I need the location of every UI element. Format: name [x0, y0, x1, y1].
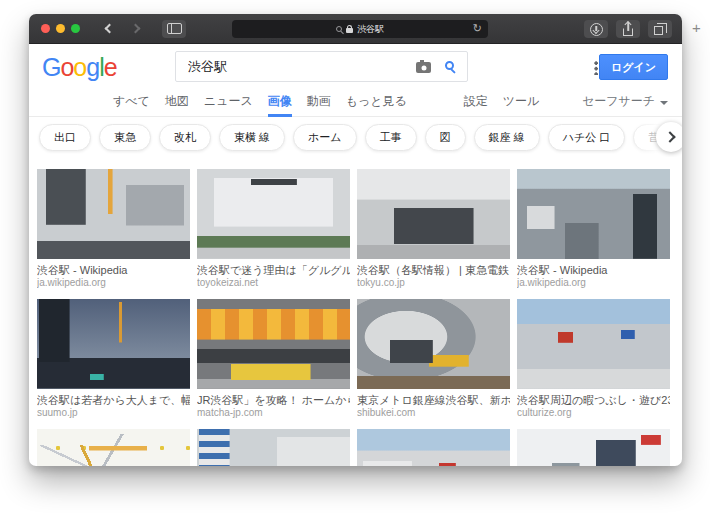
result-photo-dusk-crossing[interactable] — [37, 299, 190, 389]
image-result: 渋谷駅（各駅情報） | 東急電鉄 tokyu.co.jp — [357, 169, 510, 289]
tab-all[interactable]: すべて — [113, 91, 150, 110]
login-button[interactable]: ログイン — [599, 54, 668, 80]
result-title[interactable]: 渋谷駅周辺の暇つぶし・遊び23選：1人・友達... — [517, 394, 670, 407]
chevron-right-icon — [664, 131, 675, 142]
logo-letter: e — [104, 53, 117, 81]
result-domain: shibukei.com — [357, 407, 510, 419]
reload-button[interactable]: ↻ — [473, 22, 482, 35]
result-title[interactable]: 渋谷駅は若者から大人まで、幅広い層が... — [37, 394, 190, 407]
result-photo-aerial-view[interactable] — [517, 169, 670, 259]
minimize-window-button[interactable] — [56, 24, 65, 33]
sidebar-icon — [167, 23, 182, 34]
result-title[interactable]: 渋谷駅（各駅情報） | 東急電鉄 — [357, 264, 510, 277]
chip-map[interactable]: 図 — [425, 124, 466, 151]
image-result — [517, 429, 670, 466]
image-result: 東京メトロ銀座線渋谷駅、新ホーム頭上に「... shibukei.com — [357, 299, 510, 419]
result-title[interactable]: 渋谷駅 - Wikipedia — [37, 264, 190, 277]
close-window-button[interactable] — [41, 24, 50, 33]
browser-titlebar: 渋谷駅 ↻ — [29, 14, 682, 44]
logo-letter: o — [73, 53, 86, 81]
chevron-down-icon — [660, 101, 668, 105]
logo-letter: G — [42, 53, 60, 81]
chip-ginza-line[interactable]: 銀座 線 — [474, 124, 540, 151]
search-icon — [336, 26, 342, 32]
results-tabbar: すべて 地図 ニュース 画像 動画 もっと見る 設定 ツール セーフサーチ — [29, 91, 682, 117]
sidebar-button[interactable] — [162, 20, 186, 38]
forward-button[interactable] — [124, 20, 148, 38]
result-title[interactable]: 東京メトロ銀座線渋谷駅、新ホーム頭上に「... — [357, 394, 510, 407]
google-logo[interactable]: Google — [42, 53, 117, 82]
result-photo-construction[interactable] — [357, 299, 510, 389]
result-photo-sunny-crossing[interactable] — [517, 299, 670, 389]
image-result: 渋谷駅 - Wikipedia ja.wikipedia.org — [37, 169, 190, 289]
image-results-grid: 渋谷駅 - Wikipedia ja.wikipedia.org 渋谷駅で迷う理… — [37, 169, 674, 466]
image-result: 渋谷駅で迷う理由は「グルグル回転」にあった | 駅・... toyokeizai… — [197, 169, 350, 289]
forward-icon — [130, 24, 140, 34]
logo-letter: g — [86, 53, 99, 81]
back-icon — [105, 24, 115, 34]
download-icon — [590, 23, 603, 36]
image-result: 渋谷駅は若者から大人まで、幅広い層が... suumo.jp — [37, 299, 190, 419]
search-box — [175, 51, 468, 82]
image-result: 渋谷駅 - Wikipedia ja.wikipedia.org — [517, 169, 670, 289]
result-photo-shibuya-crossing[interactable] — [37, 169, 190, 259]
downloads-button[interactable] — [584, 20, 608, 38]
google-header: Google ログイン — [29, 44, 682, 91]
image-result — [357, 429, 510, 466]
result-photo-green-roof[interactable] — [197, 429, 350, 466]
new-tab-plus-icon[interactable]: + — [692, 19, 701, 36]
result-photo-station-entrance[interactable] — [357, 169, 510, 259]
result-photo-tokyu-building[interactable] — [197, 169, 350, 259]
result-domain: tokyu.co.jp — [357, 277, 510, 289]
result-title[interactable]: 渋谷駅で迷う理由は「グルグル回転」にあった | 駅・... — [197, 264, 350, 277]
chip-hachiko-exit[interactable]: ハチ公 口 — [548, 124, 626, 151]
result-photo-jr-billboards[interactable] — [197, 299, 350, 389]
logo-letter: o — [60, 53, 73, 81]
tab-images[interactable]: 画像 — [268, 91, 292, 117]
chips-scroll-right-button[interactable] — [656, 122, 682, 152]
zoom-window-button[interactable] — [71, 24, 80, 33]
traffic-lights — [41, 24, 80, 33]
result-domain: culturize.org — [517, 407, 670, 419]
result-domain: toyokeizai.net — [197, 277, 350, 289]
back-button[interactable] — [96, 20, 120, 38]
safesearch-label: セーフサーチ — [582, 93, 655, 110]
image-result: JR渋谷駅」を攻略！ ホームから主要改... matcha-jp.com — [197, 299, 350, 419]
image-result — [37, 429, 190, 466]
tab-news[interactable]: ニュース — [204, 91, 253, 110]
related-chips-bar: 出口 東急 改札 東横 線 ホーム 工事 図 銀座 線 ハチ公 口 昔 半蔵門 … — [29, 117, 682, 157]
safesearch-menu[interactable]: セーフサーチ — [582, 91, 668, 110]
result-photo-red-signs[interactable] — [357, 429, 510, 466]
result-domain: ja.wikipedia.org — [517, 277, 670, 289]
desktop-background: + 渋谷駅 ↻ — [0, 0, 710, 517]
address-bar[interactable]: 渋谷駅 ↻ — [232, 20, 488, 38]
result-domain: ja.wikipedia.org — [37, 277, 190, 289]
result-domain: matcha-jp.com — [197, 407, 350, 419]
tab-overview-button[interactable] — [648, 20, 672, 38]
share-icon — [623, 28, 633, 36]
image-result — [197, 429, 350, 466]
result-title[interactable]: JR渋谷駅」を攻略！ ホームから主要改... — [197, 394, 350, 407]
tools-menu[interactable]: ツール — [503, 91, 540, 110]
chip-platform[interactable]: ホーム — [293, 124, 357, 151]
result-photo-towers[interactable] — [517, 429, 670, 466]
chip-exit[interactable]: 出口 — [39, 124, 91, 151]
share-button[interactable] — [616, 20, 640, 38]
tab-videos[interactable]: 動画 — [307, 91, 331, 110]
result-title[interactable]: 渋谷駅 - Wikipedia — [517, 264, 670, 277]
lock-icon — [346, 28, 353, 33]
tab-maps[interactable]: 地図 — [165, 91, 189, 110]
settings-menu[interactable]: 設定 — [464, 91, 488, 110]
chip-gate[interactable]: 改札 — [159, 124, 211, 151]
chip-tokyu[interactable]: 東急 — [99, 124, 151, 151]
result-photo-route-map[interactable] — [37, 429, 190, 466]
tab-more[interactable]: もっと見る — [346, 91, 407, 110]
camera-search-icon[interactable] — [416, 62, 431, 73]
tabs-icon — [654, 26, 663, 35]
address-bar-text: 渋谷駅 — [357, 25, 384, 34]
result-domain: suumo.jp — [37, 407, 190, 419]
search-submit-icon[interactable] — [445, 61, 454, 70]
chip-construction[interactable]: 工事 — [365, 124, 417, 151]
image-result: 渋谷駅周辺の暇つぶし・遊び23選：1人・友達... culturize.org — [517, 299, 670, 419]
chip-toyoko-line[interactable]: 東横 線 — [219, 124, 285, 151]
